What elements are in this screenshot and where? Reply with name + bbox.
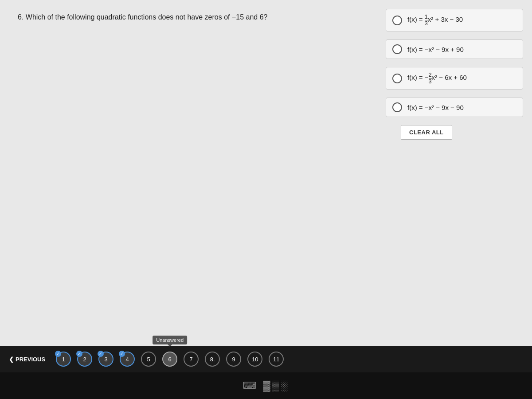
right-panel: f(x) = 13x² + 3x − 30 f(x) = −x² − 9x + … (381, 0, 532, 372)
nav-button-4[interactable]: ✓ 4 (120, 352, 135, 367)
check-icon-2: ✓ (76, 351, 82, 357)
prev-label: PREVIOUS (16, 356, 45, 363)
left-panel: 6. Which of the following quadratic func… (0, 0, 381, 372)
radio-a[interactable] (392, 16, 402, 25)
prev-arrow: ❮ (9, 356, 14, 363)
answer-text-c: f(x) = −23x² − 6x + 60 (407, 72, 467, 85)
nav-button-9[interactable]: 9 (226, 352, 241, 367)
question-text: 6. Which of the following quadratic func… (18, 13, 364, 21)
nav-button-1[interactable]: ✓ 1 (56, 352, 71, 367)
nav-button-3[interactable]: ✓ 3 (98, 352, 113, 367)
nav-button-7[interactable]: 7 (184, 352, 199, 367)
answer-option-c[interactable]: f(x) = −23x² − 6x + 60 (386, 67, 523, 90)
answer-option-a[interactable]: f(x) = 13x² + 3x − 30 (386, 9, 523, 31)
answer-text-a: f(x) = 13x² + 3x − 30 (407, 14, 463, 27)
answer-option-d[interactable]: f(x) = −x² − 9x − 90 (386, 98, 523, 117)
radio-b[interactable] (392, 44, 402, 54)
nav-label-7: 7 (190, 356, 193, 363)
unanswered-tooltip: Unanswered (153, 336, 187, 344)
check-icon-4: ✓ (119, 351, 125, 357)
radio-c[interactable] (392, 74, 402, 83)
nav-button-10[interactable]: 10 (247, 352, 262, 367)
nav-label-9: 9 (232, 356, 235, 363)
answer-text-d: f(x) = −x² − 9x − 90 (407, 104, 464, 111)
keyboard-hint: ⌨ ▓▒░ (243, 380, 289, 391)
check-icon-3: ✓ (98, 351, 104, 357)
nav-label-5: 5 (147, 356, 150, 363)
nav-button-5[interactable]: 5 (141, 352, 156, 367)
nav-label-10: 10 (252, 356, 258, 363)
check-icon-1: ✓ (55, 351, 61, 357)
radio-d[interactable] (392, 102, 402, 112)
very-bottom-bar: ⌨ ▓▒░ (0, 372, 532, 399)
question-number: 6. (18, 13, 23, 21)
nav-button-11[interactable]: 11 (269, 352, 284, 367)
clear-all-button[interactable]: CLEAR ALL (401, 125, 452, 140)
nav-button-6[interactable]: Unanswered 6 (162, 352, 177, 367)
bottom-bar: ❮ PREVIOUS ✓ 1 ✓ 2 ✓ 3 ✓ 4 5 Unanswered … (0, 346, 532, 372)
nav-label-6: 6 (168, 356, 172, 363)
nav-label-1: 1 (62, 356, 65, 363)
nav-label-8: 8. (210, 356, 215, 363)
nav-label-11: 11 (273, 356, 279, 363)
question-body: Which of the following quadratic functio… (26, 13, 268, 21)
answer-text-b: f(x) = −x² − 9x + 90 (407, 46, 464, 53)
answer-option-b[interactable]: f(x) = −x² − 9x + 90 (386, 39, 523, 59)
previous-button[interactable]: ❮ PREVIOUS (9, 356, 45, 363)
main-content: 6. Which of the following quadratic func… (0, 0, 532, 372)
nav-label-4: 4 (126, 356, 129, 363)
nav-label-3: 3 (105, 356, 108, 363)
nav-button-8[interactable]: 8. (205, 352, 220, 367)
nav-label-2: 2 (83, 356, 86, 363)
nav-button-2[interactable]: ✓ 2 (77, 352, 92, 367)
